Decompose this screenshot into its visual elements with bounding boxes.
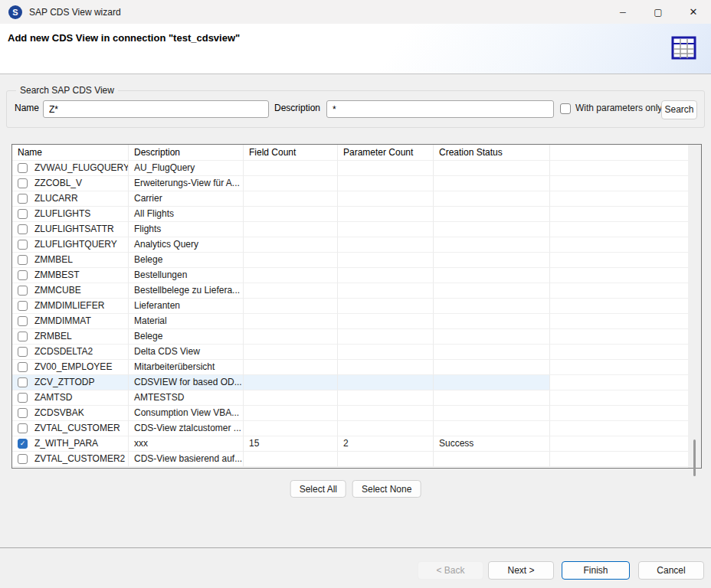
table-row[interactable]: ZLUCARRCarrier [12, 191, 688, 207]
row-parameter-count [338, 207, 434, 222]
row-checkbox[interactable]: ✓ [18, 439, 28, 449]
maximize-icon[interactable]: ▢ [641, 0, 676, 24]
row-description: Delta CDS View [129, 345, 244, 360]
row-checkbox[interactable] [18, 408, 28, 418]
row-checkbox[interactable] [18, 240, 28, 250]
table-row[interactable]: ZCDSVBAKConsumption View VBA... [12, 406, 688, 421]
row-name: ZCDSDELTA2 [34, 345, 93, 359]
table-row[interactable]: ZMMBESTBestellungen [12, 268, 688, 283]
row-field-count [244, 283, 338, 299]
table-row[interactable]: ZLUFLIGHTQUERYAnalytics Query [12, 237, 688, 253]
column-header-field-count[interactable]: Field Count [244, 145, 338, 161]
row-name: ZLUFLIGHTQUERY [34, 237, 117, 252]
column-header-description[interactable]: Description [129, 145, 244, 161]
row-name-cell: ZMMBEL [12, 253, 129, 268]
row-checkbox[interactable] [18, 224, 28, 234]
row-description: AU_FlugQuery [129, 161, 244, 176]
table-row[interactable]: ZAMTSDAMTESTSD [12, 390, 688, 406]
vertical-scrollbar[interactable] [688, 145, 701, 468]
row-description: Flights [129, 222, 244, 237]
row-checkbox[interactable] [18, 393, 28, 403]
column-header-parameter-count[interactable]: Parameter Count [338, 145, 434, 161]
row-field-count [244, 406, 338, 421]
row-description: CDS-View ztalcustomer ... [129, 421, 244, 436]
row-checkbox[interactable] [18, 209, 28, 219]
table-row[interactable]: ZVTAL_CUSTOMERCDS-View ztalcustomer ... [12, 421, 688, 436]
row-field-count [244, 345, 338, 360]
row-description: Bestellbelege zu Liefera... [129, 283, 244, 299]
row-checkbox[interactable] [18, 270, 28, 280]
table-row[interactable]: ZV00_EMPLOYEEMitarbeiterübersicht [12, 360, 688, 375]
row-filler [550, 390, 688, 406]
select-none-button[interactable]: Select None [352, 480, 421, 498]
row-checkbox[interactable] [18, 454, 28, 464]
row-checkbox[interactable] [18, 316, 28, 326]
row-field-count [244, 207, 338, 222]
row-name: ZVTAL_CUSTOMER [34, 421, 120, 436]
row-creation-status [434, 283, 550, 299]
description-input[interactable] [326, 100, 554, 118]
table-row[interactable]: ✓Z_WITH_PARAxxx152Success [12, 436, 688, 452]
table-header: Name Description Field Count Parameter C… [12, 145, 688, 161]
row-filler [550, 299, 688, 314]
row-description: Erweiterungs-View für A... [129, 176, 244, 191]
table-row[interactable]: ZZCOBL_VErweiterungs-View für A... [12, 176, 688, 191]
row-field-count [244, 314, 338, 329]
row-checkbox[interactable] [18, 194, 28, 204]
table-row[interactable]: ZVWAU_FLUGQUERYAU_FlugQuery [12, 161, 688, 176]
column-header-creation-status[interactable]: Creation Status [434, 145, 550, 161]
row-checkbox[interactable] [18, 377, 28, 387]
search-group: Search SAP CDS View Name Description Wit… [6, 90, 705, 128]
table-row[interactable]: ZLUFLIGHTSAll Flights [12, 207, 688, 222]
row-name-cell: ✓Z_WITH_PARA [12, 436, 129, 452]
cancel-button[interactable]: Cancel [638, 561, 704, 580]
row-description: CDS-View basierend auf... [129, 452, 244, 467]
scrollbar-thumb[interactable] [693, 439, 696, 476]
select-all-button[interactable]: Select All [290, 480, 346, 498]
row-checkbox[interactable] [18, 286, 28, 296]
table-row[interactable]: ZCV_ZTTODPCDSVIEW for based OD... [12, 375, 688, 390]
table-content: Name Description Field Count Parameter C… [12, 145, 688, 468]
row-checkbox[interactable] [18, 163, 28, 173]
table-row[interactable]: ZMMDIMLIEFERLieferanten [12, 299, 688, 314]
table-row[interactable]: ZCDSDELTA2Delta CDS View [12, 345, 688, 360]
row-checkbox[interactable] [18, 178, 28, 188]
page-title: Add new CDS View in connection "test_cds… [8, 32, 240, 44]
row-parameter-count [338, 222, 434, 237]
row-name-cell: ZLUCARR [12, 191, 129, 207]
row-checkbox[interactable] [18, 347, 28, 357]
row-name-cell: ZMMDIMMAT [12, 314, 129, 329]
row-checkbox[interactable] [18, 255, 28, 265]
back-button[interactable]: < Back [418, 561, 483, 580]
table-row[interactable]: ZMMDIMMATMaterial [12, 314, 688, 329]
close-icon[interactable]: ✕ [676, 0, 711, 24]
column-header-name[interactable]: Name [12, 145, 129, 161]
table-row[interactable]: ZLUFLIGHTSATTRFlights [12, 222, 688, 237]
row-filler [550, 176, 688, 191]
name-input[interactable] [43, 100, 269, 118]
minimize-icon[interactable]: ─ [605, 0, 641, 24]
table-row[interactable]: ZRMBELBelege [12, 329, 688, 345]
table-row[interactable]: ZMMCUBEBestellbelege zu Liefera... [12, 283, 688, 299]
row-parameter-count [338, 390, 434, 406]
table-row[interactable]: ZMMBELBelege [12, 253, 688, 268]
row-field-count [244, 390, 338, 406]
row-checkbox[interactable] [18, 301, 28, 311]
row-filler [550, 406, 688, 421]
row-description: Belege [129, 329, 244, 345]
table-row[interactable]: ZVTAL_CUSTOMER2CDS-View basierend auf... [12, 452, 688, 467]
next-button[interactable]: Next > [488, 561, 554, 580]
row-description: Carrier [129, 191, 244, 207]
row-creation-status [434, 237, 550, 253]
row-description: Lieferanten [129, 299, 244, 314]
row-description: Bestellungen [129, 268, 244, 283]
row-checkbox[interactable] [18, 332, 28, 341]
row-name-cell: ZMMCUBE [12, 283, 129, 299]
with-parameters-checkbox[interactable] [560, 103, 571, 114]
row-creation-status [434, 345, 550, 360]
finish-button[interactable]: Finish [562, 561, 630, 580]
search-button[interactable]: Search [661, 100, 697, 119]
row-creation-status [434, 207, 550, 222]
row-checkbox[interactable] [18, 423, 28, 433]
row-checkbox[interactable] [18, 362, 28, 372]
